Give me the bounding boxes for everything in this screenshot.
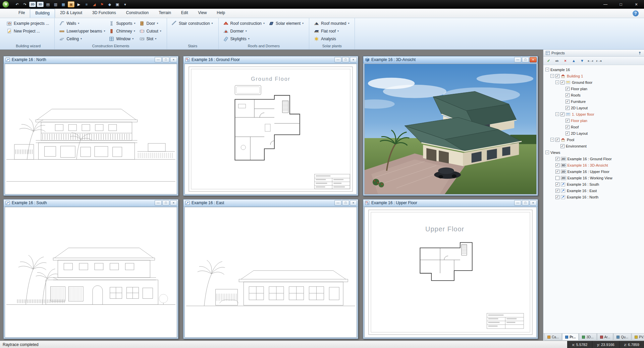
move-up-icon[interactable]: ▲ xyxy=(570,58,577,64)
ribbon-item-window[interactable]: Window▾ xyxy=(107,35,138,43)
window-restore-button[interactable]: □ xyxy=(522,200,529,206)
tile-horizontal-icon[interactable]: ▤ xyxy=(45,1,51,7)
collapse-icon[interactable]: − xyxy=(545,151,549,154)
tree-item-example-16[interactable]: −Example 16 xyxy=(544,66,643,73)
tab-terrain[interactable]: Terrain xyxy=(154,9,176,18)
tab-edit[interactable]: Edit xyxy=(176,9,193,18)
tree-item-example-16-north[interactable]: ✓Example 16 : North xyxy=(544,194,643,200)
window-minimize-button[interactable]: — xyxy=(334,200,341,206)
app-maximize-button[interactable]: □ xyxy=(613,0,629,9)
collapse-icon[interactable]: − xyxy=(550,138,554,141)
ribbon-item-roof-mounted[interactable]: Roof mounted▾ xyxy=(312,19,352,27)
window-example16-3d-ansicht[interactable]: Example 16 : 3D-Ansicht — □ × xyxy=(363,56,538,196)
tree-item-furniture[interactable]: ✓Furniture xyxy=(544,98,643,105)
window-close-button[interactable]: × xyxy=(170,57,177,62)
tree-checkbox[interactable]: ✓ xyxy=(555,157,559,161)
tree-checkbox[interactable]: ✓ xyxy=(555,163,559,167)
tree-item-floor-plan[interactable]: ✓Floor plan xyxy=(544,117,643,124)
tree-item-ground-floor[interactable]: −✓Ground floor xyxy=(544,79,643,85)
collapse-icon[interactable]: − xyxy=(545,68,549,71)
undo-icon[interactable]: ↶ xyxy=(14,1,20,7)
app-close-button[interactable]: × xyxy=(629,0,644,9)
tree-checkbox[interactable]: ✓ xyxy=(566,93,570,97)
ribbon-item-ceiling[interactable]: Ceiling▾ xyxy=(58,35,107,43)
dropdown-arrow-icon[interactable]: ▾ xyxy=(160,30,161,33)
ribbon-item-stair-construction[interactable]: Stair construction▾ xyxy=(170,19,215,27)
tree-checkbox[interactable]: ✓ xyxy=(566,131,570,135)
panel-tab-pv[interactable]: PV... xyxy=(632,334,644,341)
app-logo-icon[interactable] xyxy=(2,1,9,8)
ribbon-item-analysis[interactable]: Analysis xyxy=(312,35,352,43)
tab-3d-functions[interactable]: 3D Functions xyxy=(87,9,121,18)
redo-icon[interactable]: ↷ xyxy=(21,1,28,7)
panel-tab-qu[interactable]: Qu... xyxy=(613,334,631,341)
window-close-button[interactable]: × xyxy=(170,200,177,206)
window-minimize-button[interactable]: — xyxy=(155,57,162,62)
window-titlebar[interactable]: Example 16 : Ground Floor — □ × xyxy=(183,56,358,63)
window-close-button[interactable]: × xyxy=(350,57,357,62)
columns-icon[interactable]: ≡ xyxy=(83,1,90,7)
ribbon-item-cutout[interactable]: Cutout▾ xyxy=(138,27,164,35)
dropdown-arrow-icon[interactable]: ▾ xyxy=(263,22,265,25)
window-close-button[interactable]: × xyxy=(530,57,537,62)
render-icon[interactable]: ▣ xyxy=(68,1,74,7)
collapse-icon[interactable]: − xyxy=(550,74,554,78)
dropdown-arrow-icon[interactable]: ▾ xyxy=(337,30,339,33)
panel-tab-ca[interactable]: Ca... xyxy=(544,334,562,341)
view-2d-icon[interactable]: 2D xyxy=(29,2,36,7)
window-close-button[interactable]: × xyxy=(350,200,357,206)
ribbon-item-skylights[interactable]: Skylights▾ xyxy=(222,35,267,43)
tree-item-example-16-ground-floor[interactable]: ✓2DExample 16 : Ground Floor xyxy=(544,156,643,162)
ribbon-item-new-project[interactable]: New Project ... xyxy=(5,27,51,35)
window-example16-north[interactable]: Example 16 : North — □ × xyxy=(3,56,178,196)
ribbon-item-door[interactable]: Door▾ xyxy=(138,19,164,27)
window-restore-button[interactable]: □ xyxy=(162,57,169,62)
window-titlebar[interactable]: Example 16 : Upper Floor — □ × xyxy=(363,199,538,207)
tree-item-2d-layout[interactable]: ✓2D Layout xyxy=(544,130,643,136)
tree-item-roofs[interactable]: ✓Roofs xyxy=(544,92,643,98)
tile-vertical-icon[interactable]: ▥ xyxy=(52,1,59,7)
dropdown-arrow-icon[interactable]: ▾ xyxy=(78,22,79,25)
dropdown-arrow-icon[interactable]: ▾ xyxy=(134,30,135,33)
tree-item-pool[interactable]: −✓Pool xyxy=(544,136,643,143)
window-example16-ground-floor[interactable]: Example 16 : Ground Floor — □ × Ground F… xyxy=(183,56,358,196)
sort-desc-icon[interactable]: z→a xyxy=(595,58,602,64)
ribbon-item-supports[interactable]: Supports▾ xyxy=(107,19,138,27)
camera-icon[interactable]: ▣ xyxy=(114,1,121,7)
tree-checkbox[interactable]: ✓ xyxy=(555,74,559,78)
window-minimize-button[interactable]: — xyxy=(155,200,162,206)
window-titlebar[interactable]: Example 16 : North — □ × xyxy=(4,56,178,63)
drawing-canvas-ground-floor[interactable]: Ground Floor xyxy=(184,64,357,194)
ribbon-item-solar-element[interactable]: Solar element▾ xyxy=(267,19,306,27)
window-minimize-button[interactable]: — xyxy=(334,57,341,62)
tab-help[interactable]: Help xyxy=(212,9,230,18)
tree-item-1-upper-floor[interactable]: −✓1. Upper floor xyxy=(544,111,643,117)
dropdown-arrow-icon[interactable]: ▾ xyxy=(302,22,304,25)
window-minimize-button[interactable]: — xyxy=(514,200,521,206)
tree-checkbox[interactable]: ✓ xyxy=(555,195,559,199)
tree-item-roof[interactable]: ✓Roof xyxy=(544,124,643,130)
ribbon-item-roof-construction[interactable]: Roof construction▾ xyxy=(222,19,267,27)
window-restore-button[interactable]: □ xyxy=(522,57,529,62)
render-canvas-3d[interactable] xyxy=(364,64,537,194)
pointer-icon[interactable]: ▶ xyxy=(75,1,82,7)
tree-item-views[interactable]: −Views xyxy=(544,149,643,156)
dropdown-arrow-icon[interactable]: ▾ xyxy=(134,22,135,25)
tree-checkbox[interactable]: ✓ xyxy=(560,144,565,148)
tree-checkbox[interactable]: ✓ xyxy=(555,138,559,142)
tree-item-example-16-3d-ansicht[interactable]: ✓3DExample 16 : 3D-Ansicht xyxy=(544,162,643,168)
drawing-canvas-upper-floor[interactable]: Upper Floor xyxy=(364,207,537,338)
move-down-icon[interactable]: ▼ xyxy=(579,58,586,64)
pin-icon[interactable] xyxy=(638,51,642,55)
tab-file[interactable]: File xyxy=(13,9,30,18)
tree-checkbox[interactable]: ✓ xyxy=(566,125,570,129)
window-titlebar[interactable]: Example 16 : 3D-Ansicht — □ × xyxy=(363,56,538,63)
ribbon-item-walls[interactable]: Walls▾ xyxy=(58,19,107,27)
tree-checkbox[interactable]: ✓ xyxy=(560,80,565,84)
flag-icon[interactable]: ⚑ xyxy=(99,1,105,7)
tree-checkbox[interactable]: ✓ xyxy=(555,170,559,174)
tree-item-floor-plan[interactable]: ✓Floor plan xyxy=(544,85,643,92)
collapse-icon[interactable]: − xyxy=(555,112,559,116)
window-example16-south[interactable]: Example 16 : South — □ × xyxy=(3,199,178,339)
tab-2d-layout[interactable]: 2D & Layout xyxy=(55,9,87,18)
